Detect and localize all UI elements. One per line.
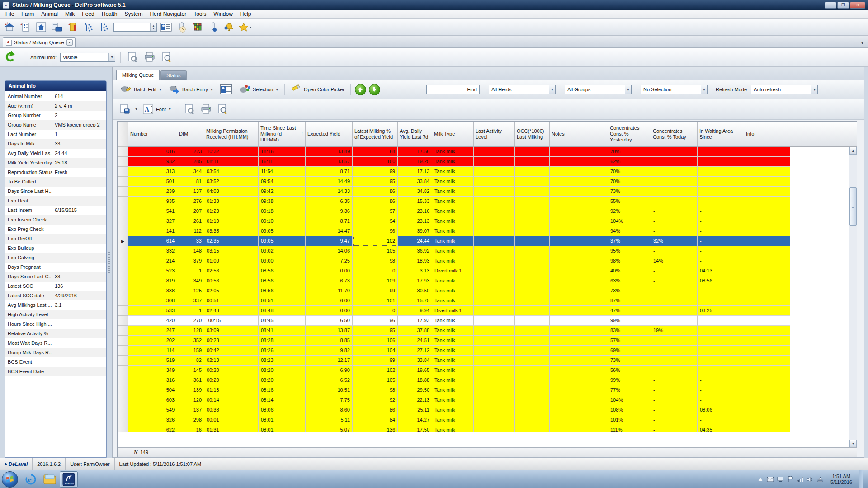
hidden-icons-chevron-icon[interactable]	[757, 476, 764, 483]
batch-edit-button[interactable]: Batch Edit▼	[118, 84, 164, 95]
table-row[interactable]: 33214803:1509:0214.0610536.92Tank milk95…	[118, 246, 790, 256]
table-cell[interactable]	[474, 326, 515, 336]
table-cell[interactable]: 08:56	[259, 276, 306, 286]
activity-scatter-icon[interactable]	[82, 20, 95, 34]
table-row[interactable]: 93527601:3809:386.358615.33Tank milk55%-…	[118, 197, 790, 206]
find-box[interactable]: Find	[426, 85, 480, 94]
table-cell[interactable]	[744, 226, 790, 236]
table-cell[interactable]	[515, 197, 550, 206]
table-cell[interactable]	[515, 226, 550, 236]
animal-info-visibility-select[interactable]: Visible ▼	[60, 53, 115, 62]
table-cell[interactable]	[474, 187, 515, 197]
row-header-cell[interactable]	[118, 157, 128, 167]
table-cell[interactable]: -	[698, 346, 744, 356]
table-cell[interactable]	[515, 157, 550, 167]
row-header-cell[interactable]	[118, 415, 128, 425]
table-cell[interactable]: 99%	[608, 316, 651, 326]
table-cell[interactable]: 08:26	[259, 346, 306, 356]
table-cell[interactable]: 1	[177, 306, 204, 316]
table-cell[interactable]: 81	[177, 177, 204, 187]
table-cell[interactable]: 202	[128, 336, 177, 346]
table-cell[interactable]: 935	[128, 197, 177, 206]
table-cell[interactable]: 01:23	[204, 206, 259, 216]
table-cell[interactable]: 139	[177, 385, 204, 395]
table-cell[interactable]	[474, 425, 515, 432]
table-cell[interactable]: 73%	[608, 187, 651, 197]
table-cell[interactable]: 0	[353, 266, 398, 276]
table-cell[interactable]	[515, 336, 550, 346]
table-cell[interactable]: 344	[177, 167, 204, 177]
table-cell[interactable]: -	[698, 366, 744, 375]
table-cell[interactable]: 239	[128, 187, 177, 197]
table-cell[interactable]: 24.51	[398, 336, 432, 346]
table-cell[interactable]: -	[651, 246, 698, 256]
table-cell[interactable]: -	[698, 147, 744, 157]
table-cell[interactable]: Tank milk	[432, 147, 474, 157]
table-cell[interactable]: 03:09	[204, 326, 259, 336]
table-cell[interactable]: Tank milk	[432, 385, 474, 395]
table-cell[interactable]: 27.12	[398, 346, 432, 356]
table-cell[interactable]	[744, 266, 790, 276]
table-cell[interactable]	[550, 346, 608, 356]
column-header[interactable]: Last Activity Level	[474, 122, 515, 147]
table-cell[interactable]: -	[698, 157, 744, 167]
table-cell[interactable]	[474, 266, 515, 276]
table-cell[interactable]: 1016	[128, 147, 177, 157]
table-cell[interactable]	[550, 276, 608, 286]
table-cell[interactable]: 17.93	[398, 316, 432, 326]
table-cell[interactable]: 08:56	[259, 286, 306, 296]
table-cell[interactable]	[550, 356, 608, 366]
table-cell[interactable]: 379	[177, 256, 204, 266]
focused-cell[interactable]: 102	[353, 236, 398, 246]
table-cell[interactable]: 8.60	[306, 405, 353, 415]
table-cell[interactable]: -	[651, 425, 698, 432]
column-header[interactable]: Notes	[550, 122, 608, 147]
table-row[interactable]: 5198202:1308:2312.179933.84Tank milk73%-…	[118, 356, 790, 366]
table-cell[interactable]: 17.93	[398, 276, 432, 286]
table-cell[interactable]: 17.50	[398, 425, 432, 432]
table-cell[interactable]: 159	[177, 346, 204, 356]
table-cell[interactable]: 92	[353, 395, 398, 405]
animal-search-combobox[interactable]: ▲▼	[113, 23, 157, 32]
table-cell[interactable]: 533	[128, 306, 177, 316]
table-cell[interactable]: -	[651, 157, 698, 167]
table-cell[interactable]: 96	[353, 316, 398, 326]
table-cell[interactable]: Tank milk	[432, 425, 474, 432]
column-header[interactable]: Concentrates Cons. % Today	[651, 122, 698, 147]
table-cell[interactable]	[515, 425, 550, 432]
table-cell[interactable]: Tank milk	[432, 366, 474, 375]
table-row[interactable]: 50413901:1308:1610.519829.50Tank milk77%…	[118, 385, 790, 395]
table-cell[interactable]: 102	[353, 366, 398, 375]
table-row[interactable]: 11415900:4208:269.8210427.12Tank milk69%…	[118, 346, 790, 356]
table-cell[interactable]	[474, 276, 515, 286]
table-cell[interactable]: 09:18	[259, 206, 306, 216]
table-cell[interactable]: 34.82	[398, 187, 432, 197]
table-cell[interactable]: 08:01	[259, 425, 306, 432]
table-cell[interactable]: 33.84	[398, 356, 432, 366]
table-cell[interactable]	[515, 405, 550, 415]
page-setup-icon[interactable]	[183, 103, 196, 116]
table-cell[interactable]	[550, 157, 608, 167]
table-cell[interactable]: 549	[128, 405, 177, 415]
table-cell[interactable]	[550, 316, 608, 326]
table-cell[interactable]: 8.71	[306, 216, 353, 226]
table-cell[interactable]: 09:05	[259, 226, 306, 236]
row-header-cell[interactable]	[118, 336, 128, 346]
table-cell[interactable]: 128	[177, 326, 204, 336]
delpro-taskbar-icon[interactable]: A DeLaval	[60, 471, 78, 488]
table-cell[interactable]: 02:13	[204, 356, 259, 366]
table-cell[interactable]: 19.25	[398, 157, 432, 167]
table-cell[interactable]: 86	[353, 197, 398, 206]
animal-card-icon[interactable]	[159, 20, 173, 34]
table-cell[interactable]	[474, 336, 515, 346]
table-cell[interactable]: 02:48	[204, 306, 259, 316]
scroll-up-icon[interactable]: ▲	[849, 147, 857, 155]
table-cell[interactable]	[550, 326, 608, 336]
table-cell[interactable]	[744, 375, 790, 385]
table-cell[interactable]	[550, 405, 608, 415]
table-cell[interactable]	[744, 425, 790, 432]
table-cell[interactable]: -	[698, 296, 744, 306]
herd-list-icon[interactable]	[19, 20, 32, 34]
table-cell[interactable]	[744, 216, 790, 226]
column-header[interactable]: Expected Yield	[306, 122, 353, 147]
